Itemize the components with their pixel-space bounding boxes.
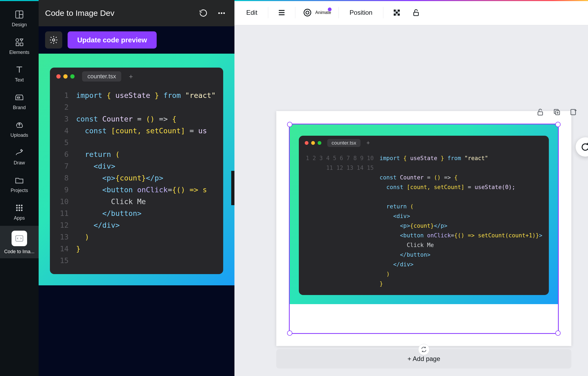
code-card: counter.tsx + 1 2 3 4 5 6 7 8 9 10 11 12… <box>299 136 549 295</box>
list-icon[interactable] <box>276 7 288 19</box>
svg-point-17 <box>218 12 220 14</box>
svg-rect-35 <box>414 12 419 16</box>
position-button[interactable]: Position <box>346 7 376 19</box>
svg-point-24 <box>304 9 311 16</box>
draw-icon <box>14 148 24 157</box>
svg-rect-30 <box>398 13 400 16</box>
lock-page-icon[interactable] <box>534 106 546 118</box>
traffic-lights <box>305 141 321 145</box>
rail-item-code-to-image[interactable]: Code to Ima... <box>0 226 39 258</box>
line-gutter: 1 2 3 4 5 6 7 8 9 10 11 12 13 14 15 <box>305 153 380 289</box>
left-rail: Design Elements Text Brand Uploads Draw <box>0 0 39 376</box>
settings-button[interactable] <box>45 31 62 49</box>
rail-label: Projects <box>10 188 28 193</box>
rail-item-uploads[interactable]: Uploads <box>0 115 39 142</box>
svg-rect-6 <box>17 97 20 98</box>
svg-point-25 <box>306 11 309 14</box>
side-panel: Code to Image Dev Update code preview co… <box>39 0 234 376</box>
projects-icon <box>14 175 24 185</box>
design-icon <box>14 10 24 19</box>
duplicate-page-icon[interactable] <box>551 106 563 118</box>
code-card: counter.tsx + 1 2 3 4 5 6 7 8 9 10 11 12… <box>50 68 223 274</box>
traffic-lights <box>56 74 75 79</box>
transparency-icon[interactable] <box>391 7 403 19</box>
canvas-viewport[interactable]: counter.tsx + 1 2 3 4 5 6 7 8 9 10 11 12… <box>234 25 588 376</box>
svg-rect-29 <box>394 13 396 16</box>
resize-handle-br[interactable] <box>555 330 561 336</box>
svg-rect-33 <box>398 12 400 14</box>
svg-point-12 <box>21 207 23 209</box>
panel-title: Code to Image Dev <box>45 9 192 18</box>
rail-label: Text <box>15 77 24 83</box>
notification-dot-icon <box>328 8 332 11</box>
rail-item-brand[interactable]: Brand <box>0 88 39 114</box>
divider <box>339 7 339 18</box>
rail-item-text[interactable]: Text <box>0 60 39 87</box>
floating-tools <box>534 106 579 118</box>
svg-point-18 <box>221 12 222 14</box>
traffic-light-yellow-icon <box>63 74 68 79</box>
svg-point-9 <box>21 205 23 206</box>
code-body: 1 2 3 4 5 6 7 8 9 10 11 12 13 14 15 impo… <box>299 150 549 295</box>
svg-point-11 <box>19 207 20 209</box>
traffic-light-green-icon <box>318 141 321 145</box>
svg-point-15 <box>21 209 23 211</box>
add-tab-button: + <box>366 139 370 146</box>
code-tab[interactable]: counter.tsx <box>82 71 121 82</box>
code-to-image-app-icon <box>12 231 27 246</box>
rail-item-elements[interactable]: Elements <box>0 32 39 59</box>
animate-button[interactable]: Animate <box>303 8 331 17</box>
rail-item-draw[interactable]: Draw <box>0 143 39 169</box>
svg-rect-36 <box>538 112 543 115</box>
rail-item-design[interactable]: Design <box>0 5 39 31</box>
apps-icon <box>14 203 24 213</box>
selected-element[interactable]: counter.tsx + 1 2 3 4 5 6 7 8 9 10 11 12… <box>290 124 558 333</box>
svg-point-13 <box>16 209 18 211</box>
lock-icon[interactable] <box>410 7 422 19</box>
traffic-light-red-icon <box>305 141 308 145</box>
add-page-icon[interactable] <box>568 106 579 118</box>
rail-item-projects[interactable]: Projects <box>0 171 39 197</box>
rail-item-apps[interactable]: Apps <box>0 198 39 225</box>
resize-handle-bl[interactable] <box>287 330 292 336</box>
code-tabs: counter.tsx + <box>299 136 549 150</box>
svg-point-10 <box>16 207 18 209</box>
svg-rect-16 <box>16 236 23 241</box>
code-tabs: counter.tsx + <box>50 68 223 85</box>
code-card-frame: counter.tsx + 1 2 3 4 5 6 7 8 9 10 11 12… <box>39 54 234 285</box>
update-code-preview-button[interactable]: Update code preview <box>68 31 157 49</box>
add-page-label: + Add page <box>407 355 440 363</box>
rail-label: Elements <box>9 50 29 55</box>
panel-toolbar: Update code preview <box>39 26 234 54</box>
resize-handle-tr[interactable] <box>555 122 561 127</box>
svg-point-3 <box>16 39 19 42</box>
rail-label: Draw <box>14 160 25 166</box>
svg-rect-31 <box>396 9 398 12</box>
svg-point-19 <box>223 12 225 14</box>
rail-label: Brand <box>13 105 26 110</box>
rail-label: Design <box>12 22 27 28</box>
brand-icon <box>14 93 24 102</box>
regenerate-fab[interactable] <box>576 137 588 157</box>
edit-button[interactable]: Edit <box>243 7 260 19</box>
panel-header: Code to Image Dev <box>39 0 234 26</box>
divider <box>295 7 295 18</box>
add-page-button[interactable]: + Add page <box>276 349 571 368</box>
canvas-toolbar: Edit Animate Position <box>234 0 588 25</box>
resize-handle-tl[interactable] <box>287 122 292 127</box>
panel-body: counter.tsx + 1 2 3 4 5 6 7 8 9 10 11 12… <box>39 54 234 376</box>
traffic-light-red-icon <box>56 74 61 79</box>
code-lines[interactable]: import { useState } from "react" const C… <box>76 90 216 267</box>
more-button[interactable] <box>215 7 228 20</box>
uploads-icon <box>14 120 24 130</box>
svg-point-8 <box>19 205 20 206</box>
line-gutter: 1 2 3 4 5 6 7 8 9 10 11 12 13 14 15 <box>57 90 76 267</box>
selection-box[interactable]: counter.tsx + 1 2 3 4 5 6 7 8 9 10 11 12… <box>290 124 558 333</box>
svg-rect-34 <box>396 13 398 16</box>
svg-rect-26 <box>394 9 396 12</box>
refresh-button[interactable] <box>197 7 210 20</box>
traffic-light-yellow-icon <box>311 141 315 145</box>
traffic-light-green-icon <box>70 74 75 79</box>
svg-point-7 <box>16 205 18 206</box>
add-tab-button[interactable]: + <box>129 72 133 81</box>
